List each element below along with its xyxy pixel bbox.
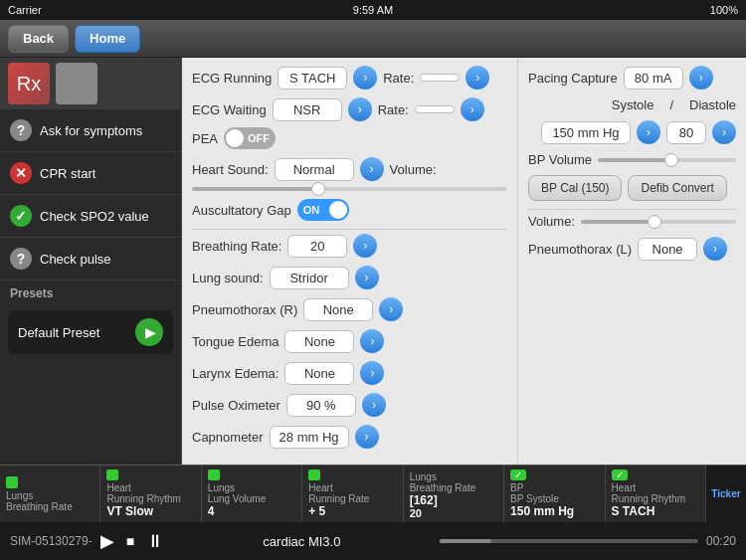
- pea-toggle[interactable]: OFF: [224, 127, 276, 149]
- bp-headers-row: Systole / Diastole: [528, 97, 736, 112]
- breathing-rate-arrow[interactable]: ›: [353, 234, 377, 258]
- ecg-waiting-rate-arrow[interactable]: ›: [461, 97, 484, 121]
- preset-name: Default Preset: [18, 325, 99, 340]
- ticker-lungs-breathing: Lungs Breathing Rate: [0, 466, 100, 522]
- tongue-edema-label: Tongue Edema: [192, 334, 279, 349]
- capnometer-value: 28 mm Hg: [270, 426, 349, 449]
- pea-label: PEA: [192, 131, 218, 146]
- pneumo-r-label: Pneumothorax (R): [192, 302, 297, 317]
- tongue-edema-arrow[interactable]: ›: [360, 329, 384, 353]
- sidebar-item-check-pulse[interactable]: ? Check pulse: [0, 238, 181, 280]
- ecg-running-rate-arrow[interactable]: ›: [466, 66, 489, 90]
- diastole-arrow[interactable]: ›: [712, 120, 736, 144]
- player-progress[interactable]: [440, 539, 698, 543]
- heart-sound-row: Heart Sound: Normal › Volume:: [192, 157, 507, 191]
- volume-thumb[interactable]: [648, 215, 661, 229]
- ecg-running-value: S TACH: [278, 67, 347, 90]
- stop-button[interactable]: ■: [126, 533, 134, 549]
- home-button[interactable]: Home: [75, 25, 140, 53]
- check-icon: ✓: [10, 205, 32, 227]
- ecg-running-arrow[interactable]: ›: [353, 66, 377, 90]
- volume-label: Volume:: [390, 162, 437, 177]
- ecg-waiting-value: NSR: [273, 98, 342, 121]
- pause-button[interactable]: ⏸: [146, 531, 164, 552]
- nav-bar: Back Home: [0, 20, 746, 58]
- ticker-vt-slow: VT Slow: [106, 504, 153, 518]
- check-pulse-label: Check pulse: [40, 252, 111, 267]
- ticker-logo-text: Ticker: [711, 488, 740, 499]
- ticker-stach-val: S TACH: [612, 504, 655, 518]
- question2-icon: ?: [10, 248, 32, 270]
- tongue-edema-row: Tongue Edema None ›: [192, 329, 507, 353]
- pea-knob: [226, 129, 244, 147]
- avatar-area: Rx: [0, 58, 181, 109]
- pacing-capture-arrow[interactable]: ›: [689, 66, 713, 90]
- sim-id-label: SIM-05130279-: [10, 534, 93, 548]
- rate-label1: Rate:: [383, 71, 414, 86]
- bp-volume-thumb[interactable]: [664, 153, 678, 167]
- pacing-capture-label: Pacing Capture: [528, 71, 618, 86]
- ticker-lung-vol-val: 4: [208, 504, 215, 518]
- right-panel: Pacing Capture 80 mA › Systole / Diastol…: [517, 58, 746, 465]
- status-bar: Carrier 9:59 AM 100%: [0, 0, 746, 20]
- bp-cal-button[interactable]: BP Cal (150): [528, 175, 622, 201]
- heart-sound-label: Heart Sound:: [192, 162, 269, 177]
- ecg-running-row: ECG Running S TACH › Rate: ›: [192, 66, 507, 90]
- lung-sound-arrow[interactable]: ›: [355, 266, 379, 289]
- heart-sound-arrow[interactable]: ›: [360, 157, 384, 181]
- rate-label2: Rate:: [378, 102, 409, 117]
- player-fill: [440, 539, 491, 543]
- ticker-label-lungs2: Lungs: [208, 482, 235, 493]
- ticker-label-breathing: Breathing Rate: [6, 501, 73, 512]
- ticker-label-bp-systole: BP Systole: [510, 493, 559, 504]
- pea-toggle-label: OFF: [248, 132, 270, 144]
- ticker-label-lungs3: Lungs: [410, 471, 437, 482]
- ticker-label-heart3: Heart: [612, 482, 636, 493]
- lung-sound-label: Lung sound:: [192, 271, 264, 285]
- ticker-heart-rhythm: Heart Running Rhythm VT Slow: [100, 466, 201, 522]
- avatar2: [56, 63, 97, 104]
- avatar: Rx: [8, 63, 50, 104]
- larynx-edema-value: None: [284, 362, 354, 385]
- main-content: ECG Running S TACH › Rate: › ECG Waiting…: [182, 58, 517, 465]
- sidebar-item-check-spo2[interactable]: ✓ Check SPO2 value: [0, 195, 181, 238]
- auscultatory-toggle[interactable]: ON: [297, 199, 349, 221]
- auscultatory-row: Auscultatory Gap ON: [192, 199, 507, 221]
- preset-play-button[interactable]: ▶: [135, 318, 163, 346]
- pneumo-l-arrow[interactable]: ›: [703, 237, 727, 261]
- capnometer-label: Capnometer: [192, 430, 264, 445]
- sidebar-item-cpr-start[interactable]: ✕ CPR start: [0, 152, 181, 195]
- pulse-oximeter-value: 90 %: [286, 394, 356, 417]
- pulse-oximeter-arrow[interactable]: ›: [362, 393, 386, 417]
- bp-cal-row: BP Cal (150) Defib Convert: [528, 175, 736, 201]
- sidebar-item-ask-symptoms[interactable]: ? Ask for symptoms: [0, 109, 181, 152]
- ticker-heart-rate: Heart Running Rate + 5: [302, 466, 403, 522]
- volume-slider[interactable]: [581, 220, 736, 224]
- pulse-oximeter-row: Pulse Oximeter 90 % ›: [192, 393, 507, 417]
- heart-sound-thumb[interactable]: [311, 182, 325, 196]
- heart-sound-slider[interactable]: [192, 187, 507, 191]
- ticker-label-running-rhythm: Running Rhythm: [106, 493, 180, 504]
- back-button[interactable]: Back: [8, 25, 69, 53]
- defib-convert-button[interactable]: Defib Convert: [628, 175, 726, 201]
- larynx-edema-label: Larynx Edema:: [192, 366, 279, 381]
- ticker-breathing-val: [162]: [410, 493, 438, 507]
- larynx-edema-arrow[interactable]: ›: [360, 361, 384, 385]
- pneumo-r-arrow[interactable]: ›: [379, 297, 403, 321]
- ecg-waiting-label: ECG Waiting: [192, 102, 267, 117]
- ticker-check2: ✓: [612, 469, 628, 480]
- bp-volume-slider[interactable]: [598, 158, 736, 162]
- capnometer-arrow[interactable]: ›: [355, 425, 379, 449]
- volume-row: Volume:: [528, 214, 736, 229]
- breathing-rate-row: Breathing Rate: 20 ›: [192, 234, 507, 258]
- play-button[interactable]: ▶: [100, 530, 114, 552]
- systole-arrow[interactable]: ›: [637, 120, 660, 144]
- divider2: [528, 209, 736, 210]
- ecg-waiting-arrow[interactable]: ›: [348, 97, 372, 121]
- ticker-label-lungs1: Lungs: [6, 490, 33, 501]
- player-controls: ▶ ■ ⏸: [100, 530, 164, 552]
- lung-sound-value: Stridor: [270, 267, 349, 289]
- ticker-bp-val: 150 mm Hg: [510, 504, 574, 518]
- presets-label: Presets: [0, 280, 181, 306]
- ticker-green1: [6, 476, 18, 488]
